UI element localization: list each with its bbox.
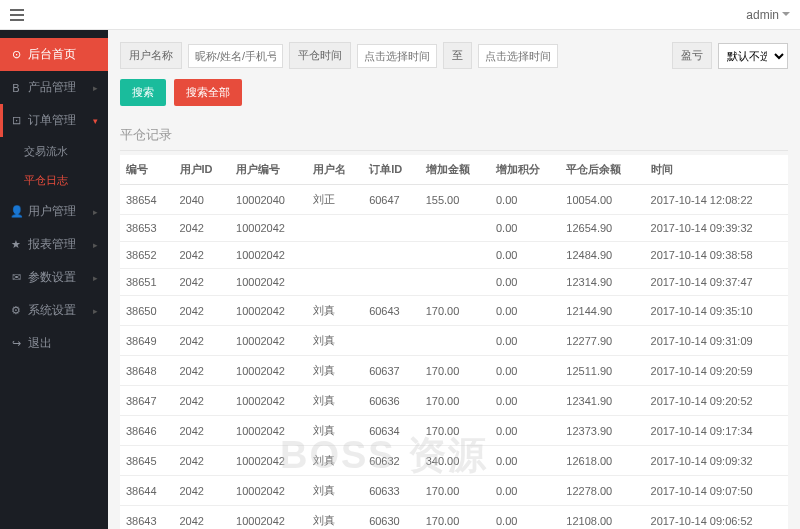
table-cell: 10002042 (230, 476, 307, 506)
table-header: 时间 (645, 155, 788, 185)
table-cell: 0.00 (490, 386, 560, 416)
time-start-input[interactable] (357, 44, 437, 68)
table-cell: 2017-10-14 09:06:52 (645, 506, 788, 530)
table-cell: 10002042 (230, 269, 307, 296)
table-cell: 0.00 (490, 506, 560, 530)
table-cell: 0.00 (490, 446, 560, 476)
table-row: 38649204210002042刘真0.0012277.902017-10-1… (120, 326, 788, 356)
sidebar-item-logout[interactable]: ↪退出 (0, 327, 108, 360)
table-cell: 刘真 (307, 296, 364, 326)
data-table: 编号用户ID用户编号用户名订单ID增加金额增加积分平仓后余额时间 3865420… (120, 155, 788, 529)
table-header: 用户编号 (230, 155, 307, 185)
table-header: 增加金额 (420, 155, 490, 185)
table-cell (420, 215, 490, 242)
table-cell: 10002042 (230, 416, 307, 446)
table-cell: 2040 (174, 185, 231, 215)
table-cell: 刘真 (307, 416, 364, 446)
table-cell: 刘真 (307, 386, 364, 416)
menu-toggle-icon[interactable] (10, 9, 24, 21)
sidebar-item-user[interactable]: 👤用户管理▸ (0, 195, 108, 228)
params-icon: ✉ (10, 271, 22, 284)
table-header: 用户ID (174, 155, 231, 185)
table-cell: 170.00 (420, 356, 490, 386)
table-row: 38646204210002042刘真60634170.000.0012373.… (120, 416, 788, 446)
user-input[interactable] (188, 44, 283, 68)
dashboard-icon: ⊙ (10, 48, 22, 61)
time-label: 平仓时间 (289, 42, 351, 69)
table-cell: 10002042 (230, 386, 307, 416)
table-cell: 2017-10-14 09:07:50 (645, 476, 788, 506)
user-menu[interactable]: admin (746, 8, 790, 22)
system-icon: ⚙ (10, 304, 22, 317)
table-cell: 38652 (120, 242, 174, 269)
table-cell: 2042 (174, 506, 231, 530)
table-cell (307, 215, 364, 242)
chevron-down-icon (782, 12, 790, 20)
table-cell: 刘真 (307, 506, 364, 530)
table-cell: 60643 (363, 296, 420, 326)
product-icon: B (10, 82, 22, 94)
table-cell: 2042 (174, 386, 231, 416)
table-cell: 170.00 (420, 386, 490, 416)
chevron-right-icon: ▸ (93, 83, 98, 93)
table-header: 平仓后余额 (560, 155, 644, 185)
table-cell: 10002040 (230, 185, 307, 215)
table-header: 增加积分 (490, 155, 560, 185)
to-label: 至 (443, 42, 472, 69)
search-all-button[interactable]: 搜索全部 (174, 79, 242, 106)
table-header: 编号 (120, 155, 174, 185)
table-cell: 38653 (120, 215, 174, 242)
sidebar-item-system[interactable]: ⚙系统设置▸ (0, 294, 108, 327)
table-cell (420, 269, 490, 296)
filter-bar: 用户名称 平仓时间 至 盈亏 默认不选 (120, 42, 788, 69)
table-row: 38648204210002042刘真60637170.000.0012511.… (120, 356, 788, 386)
sidebar-item-params[interactable]: ✉参数设置▸ (0, 261, 108, 294)
table-cell: 0.00 (490, 269, 560, 296)
sidebar: ⊙后台首页 B产品管理▸ ⊡订单管理▾ 交易流水 平仓日志 👤用户管理▸ ★报表… (0, 30, 108, 529)
user-icon: 👤 (10, 205, 22, 218)
logout-icon: ↪ (10, 337, 22, 350)
search-button[interactable]: 搜索 (120, 79, 166, 106)
pl-label: 盈亏 (672, 42, 712, 69)
table-cell: 60634 (363, 416, 420, 446)
sidebar-sub-transactions[interactable]: 交易流水 (0, 137, 108, 166)
sidebar-item-report[interactable]: ★报表管理▸ (0, 228, 108, 261)
table-cell: 60632 (363, 446, 420, 476)
sidebar-sub-closelog[interactable]: 平仓日志 (0, 166, 108, 195)
time-end-input[interactable] (478, 44, 558, 68)
sidebar-item-product[interactable]: B产品管理▸ (0, 71, 108, 104)
table-cell: 刘真 (307, 476, 364, 506)
table-cell: 0.00 (490, 416, 560, 446)
chevron-right-icon: ▸ (93, 207, 98, 217)
table-cell: 2042 (174, 326, 231, 356)
sidebar-item-order[interactable]: ⊡订单管理▾ (0, 104, 108, 137)
table-cell: 12484.90 (560, 242, 644, 269)
table-cell: 0.00 (490, 356, 560, 386)
table-cell: 38649 (120, 326, 174, 356)
table-row: 38647204210002042刘真60636170.000.0012341.… (120, 386, 788, 416)
table-cell: 170.00 (420, 296, 490, 326)
table-header: 用户名 (307, 155, 364, 185)
table-cell: 2017-10-14 09:39:32 (645, 215, 788, 242)
table-cell: 2017-10-14 09:20:59 (645, 356, 788, 386)
pl-select[interactable]: 默认不选 (718, 43, 788, 69)
table-header: 订单ID (363, 155, 420, 185)
table-cell: 60630 (363, 506, 420, 530)
sidebar-item-home[interactable]: ⊙后台首页 (0, 38, 108, 71)
table-cell (420, 242, 490, 269)
table-row: 386532042100020420.0012654.902017-10-14 … (120, 215, 788, 242)
table-cell: 刘真 (307, 446, 364, 476)
table-cell: 2042 (174, 215, 231, 242)
table-cell (363, 215, 420, 242)
table-cell: 0.00 (490, 296, 560, 326)
table-cell: 10054.00 (560, 185, 644, 215)
table-cell: 2017-10-14 09:20:52 (645, 386, 788, 416)
table-cell: 刘真 (307, 356, 364, 386)
table-cell: 10002042 (230, 506, 307, 530)
table-cell (420, 326, 490, 356)
table-cell: 2017-10-14 09:31:09 (645, 326, 788, 356)
table-cell: 2042 (174, 296, 231, 326)
table-cell (307, 269, 364, 296)
table-cell: 10002042 (230, 242, 307, 269)
chevron-right-icon: ▸ (93, 273, 98, 283)
